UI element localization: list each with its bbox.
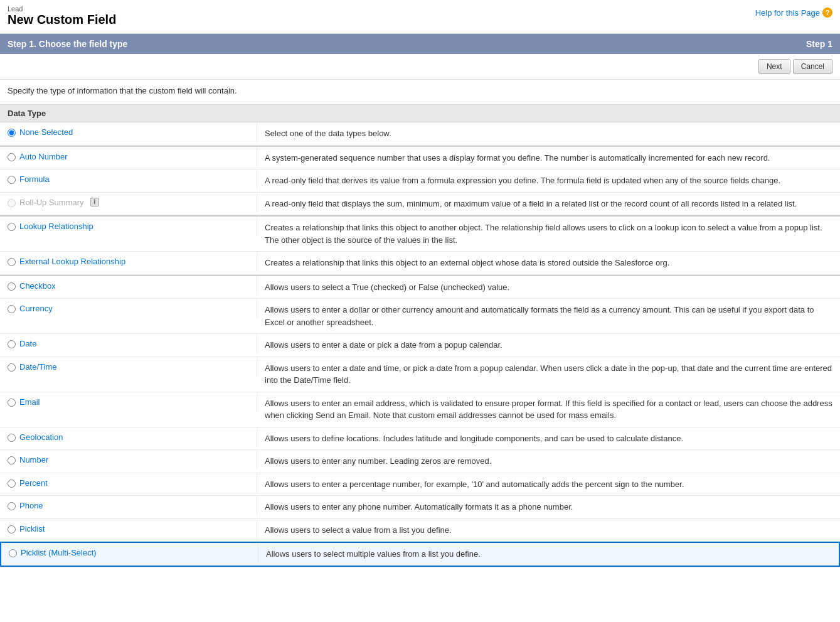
field-desc-geolocation: Allows users to define locations. Includ… [257, 427, 840, 450]
field-name-date[interactable]: Date [19, 339, 36, 348]
field-desc-percent: Allows users to enter a percentage numbe… [257, 473, 840, 496]
field-desc-rollup: A read-only field that displays the sum,… [257, 193, 840, 215]
field-name-email[interactable]: Email [19, 397, 40, 407]
page-header-right: Help for this Page ? [755, 8, 832, 18]
step-label: Step 1 [806, 39, 832, 49]
field-label-currency: Currency [0, 299, 257, 318]
field-row-checkbox: Checkbox Allows users to select a True (… [0, 275, 840, 299]
field-name-phone[interactable]: Phone [19, 501, 43, 510]
field-name-geolocation[interactable]: Geolocation [19, 432, 63, 442]
field-name-number[interactable]: Number [19, 455, 48, 464]
radio-picklist-multi[interactable] [9, 549, 17, 557]
field-row-geolocation: Geolocation Allows users to define locat… [0, 427, 840, 451]
field-label-formula: Formula [0, 169, 257, 189]
field-desc-datetime: Allows users to enter a date and time, o… [257, 357, 840, 392]
radio-datetime[interactable] [8, 363, 16, 372]
field-label-rollup: Roll-Up Summary i [0, 193, 257, 212]
radio-formula[interactable] [8, 176, 16, 184]
info-icon-rollup[interactable]: i [90, 198, 99, 206]
field-label-picklist: Picklist [0, 519, 257, 539]
field-label-none: None Selected [0, 122, 257, 142]
radio-lookup[interactable] [8, 223, 16, 231]
data-type-header: Data Type [0, 105, 840, 122]
field-label-auto-number: Auto Number [0, 147, 257, 166]
help-link[interactable]: Help for this Page [755, 8, 820, 18]
field-name-none[interactable]: None Selected [19, 127, 73, 137]
radio-picklist[interactable] [8, 525, 16, 534]
field-name-lookup[interactable]: Lookup Relationship [19, 222, 93, 231]
radio-auto-number[interactable] [8, 153, 16, 161]
field-label-picklist-multi: Picklist (Multi-Select) [1, 543, 258, 562]
field-name-datetime[interactable]: Date/Time [19, 362, 56, 372]
help-icon[interactable]: ? [822, 8, 832, 18]
field-label-geolocation: Geolocation [0, 427, 257, 447]
page-header: Lead New Custom Field Help for this Page… [0, 0, 840, 34]
radio-none[interactable] [8, 129, 16, 137]
field-row-phone: Phone Allows users to enter any phone nu… [0, 496, 840, 519]
field-label-date: Date [0, 334, 257, 353]
field-name-formula[interactable]: Formula [19, 174, 50, 184]
field-name-percent[interactable]: Percent [19, 478, 48, 488]
radio-external-lookup[interactable] [8, 258, 16, 266]
field-name-external-lookup[interactable]: External Lookup Relationship [19, 257, 125, 266]
field-row-datetime: Date/Time Allows users to enter a date a… [0, 357, 840, 392]
field-row-date: Date Allows users to enter a date or pic… [0, 334, 840, 357]
field-name-picklist-multi[interactable]: Picklist (Multi-Select) [21, 548, 97, 557]
radio-rollup [8, 199, 16, 207]
radio-date[interactable] [8, 340, 16, 348]
field-label-checkbox: Checkbox [0, 276, 257, 296]
field-desc-picklist-multi: Allows users to select multiple values f… [258, 543, 839, 566]
field-desc-currency: Allows users to enter a dollar or other … [257, 299, 840, 333]
field-row-external-lookup: External Lookup Relationship Creates a r… [0, 252, 840, 275]
field-label-lookup: Lookup Relationship [0, 217, 257, 236]
field-desc-email: Allows users to enter an email address, … [257, 392, 840, 427]
step-header: Step 1. Choose the field type Step 1 [0, 34, 840, 54]
next-button[interactable]: Next [758, 59, 790, 74]
field-desc-auto-number: A system-generated sequence number that … [257, 147, 840, 169]
field-label-percent: Percent [0, 473, 257, 493]
page-title: New Custom Field [8, 13, 116, 27]
page-header-left: Lead New Custom Field [8, 5, 116, 27]
field-name-auto-number[interactable]: Auto Number [19, 152, 68, 161]
step-title: Step 1. Choose the field type [8, 39, 127, 49]
field-row-email: Email Allows users to enter an email add… [0, 392, 840, 427]
field-desc-picklist: Allows users to select a value from a li… [257, 519, 840, 542]
field-desc-lookup: Creates a relationship that links this o… [257, 217, 840, 251]
radio-email[interactable] [8, 399, 16, 407]
field-label-email: Email [0, 392, 257, 412]
field-row-percent: Percent Allows users to enter a percenta… [0, 473, 840, 496]
field-row-picklist: Picklist Allows users to select a value … [0, 519, 840, 542]
field-label-datetime: Date/Time [0, 357, 257, 377]
radio-checkbox[interactable] [8, 282, 16, 291]
field-desc-phone: Allows users to enter any phone number. … [257, 496, 840, 518]
field-label-number: Number [0, 450, 257, 469]
radio-phone[interactable] [8, 502, 16, 510]
field-row-formula: Formula A read-only field that derives i… [0, 169, 840, 193]
radio-currency[interactable] [8, 305, 16, 313]
field-desc-checkbox: Allows users to select a True (checked) … [257, 276, 840, 299]
radio-geolocation[interactable] [8, 434, 16, 442]
field-row-number: Number Allows users to enter any number.… [0, 450, 840, 473]
toolbar: Next Cancel [0, 54, 840, 80]
field-row-currency: Currency Allows users to enter a dollar … [0, 299, 840, 334]
field-label-external-lookup: External Lookup Relationship [0, 252, 257, 271]
field-desc-date: Allows users to enter a date or pick a d… [257, 334, 840, 357]
field-name-picklist[interactable]: Picklist [19, 524, 45, 534]
field-name-checkbox[interactable]: Checkbox [19, 281, 56, 291]
lead-label: Lead [8, 5, 116, 13]
data-type-section: Data Type None Selected Select one of th… [0, 105, 840, 567]
field-label-phone: Phone [0, 496, 257, 515]
field-name-rollup: Roll-Up Summary [19, 198, 84, 207]
description: Specify the type of information that the… [0, 80, 840, 105]
field-desc-formula: A read-only field that derives its value… [257, 169, 840, 192]
field-name-currency[interactable]: Currency [19, 304, 53, 313]
field-desc-none: Select one of the data types below. [257, 122, 840, 145]
field-row-auto-number: Auto Number A system-generated sequence … [0, 146, 840, 170]
field-row-rollup: Roll-Up Summary i A read-only field that… [0, 193, 840, 216]
radio-percent[interactable] [8, 480, 16, 488]
field-desc-number: Allows users to enter any number. Leadin… [257, 450, 840, 473]
radio-number[interactable] [8, 456, 16, 464]
field-row-none: None Selected Select one of the data typ… [0, 122, 840, 146]
field-row-lookup: Lookup Relationship Creates a relationsh… [0, 215, 840, 252]
cancel-button[interactable]: Cancel [793, 59, 832, 74]
